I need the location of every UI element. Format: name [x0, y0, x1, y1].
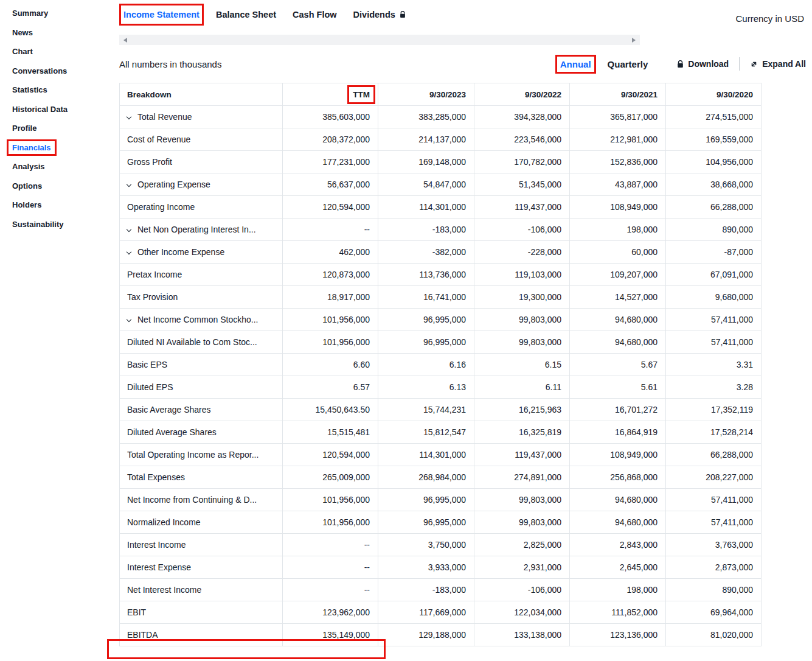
sidebar-item-summary[interactable]: Summary [12, 9, 48, 18]
cell-value: 19,300,000 [474, 286, 570, 309]
period-toggle-quarterly[interactable]: Quarterly [608, 59, 648, 69]
cell-value: 890,000 [666, 219, 762, 241]
cell-value: 119,437,000 [474, 196, 570, 219]
sidebar-item-statistics[interactable]: Statistics [12, 85, 47, 94]
sidebar-item-financials[interactable]: Financials [12, 143, 51, 152]
row-label-text: Tax Provision [127, 292, 178, 302]
scrollbar-right-arrow-icon[interactable] [632, 38, 636, 43]
cell-value: 120,873,000 [283, 264, 378, 286]
currency-label: Currency in USD [735, 13, 804, 24]
cell-value: 268,984,000 [378, 466, 474, 489]
download-button[interactable]: Download [677, 59, 729, 69]
cell-value: 119,103,000 [474, 264, 570, 286]
row-label-text: Net Income from Continuing & D... [127, 495, 257, 505]
chevron-down-icon[interactable] [127, 227, 131, 232]
ttm-header-label: TTM [353, 90, 370, 99]
tab-balance-sheet[interactable]: Balance Sheet [216, 10, 276, 19]
cell-value: 96,995,000 [378, 489, 474, 511]
cell-value: 2,825,000 [474, 534, 570, 556]
sidebar-item-profile[interactable]: Profile [12, 124, 36, 133]
cell-value: 57,411,000 [666, 489, 762, 511]
tab-label: Cash Flow [293, 10, 337, 19]
row-label-interest-expense: Interest Expense [120, 556, 283, 579]
cell-value: 108,949,000 [570, 444, 666, 466]
cell-value: 114,301,000 [378, 196, 474, 219]
column-header-9-30-2020: 9/30/2020 [666, 83, 762, 106]
horizontal-scrollbar[interactable] [119, 35, 640, 45]
cell-value: 81,020,000 [666, 624, 762, 646]
table-body: Total Revenue385,603,000383,285,000394,3… [120, 106, 762, 646]
tab-label: Balance Sheet [216, 10, 276, 19]
expand-all-icon [750, 60, 758, 68]
row-label-total-revenue[interactable]: Total Revenue [120, 106, 283, 128]
cell-value: -- [283, 219, 378, 241]
row-label-ebit: EBIT [120, 601, 283, 624]
sidebar-item-conversations[interactable]: Conversations [12, 66, 67, 75]
period-toggle-annual[interactable]: Annual [560, 59, 591, 69]
table-row-pretax-income: Pretax Income120,873,000113,736,000119,1… [120, 264, 762, 286]
row-label-text: Net Non Operating Interest In... [137, 225, 256, 234]
sidebar-item-sustainability[interactable]: Sustainability [12, 220, 64, 229]
sidebar-item-holders[interactable]: Holders [12, 200, 41, 209]
row-label-tax-provision: Tax Provision [120, 286, 283, 309]
table-toolbar: All numbers in thousands AnnualQuarterly… [119, 56, 806, 72]
cell-value: 383,285,000 [378, 106, 474, 128]
table-row-diluted-ni-available-to-com-stoc: Diluted NI Available to Com Stoc...101,9… [120, 331, 762, 354]
cell-value: 6.60 [283, 354, 378, 376]
tab-cash-flow[interactable]: Cash Flow [293, 10, 337, 19]
table-row-other-income-expense: Other Income Expense462,000-382,000-228,… [120, 241, 762, 264]
cell-value: 94,680,000 [570, 331, 666, 354]
cell-value: 117,669,000 [378, 601, 474, 624]
cell-value: 265,009,000 [283, 466, 378, 489]
sidebar-item-historical-data[interactable]: Historical Data [12, 105, 68, 114]
cell-value: 394,328,000 [474, 106, 570, 128]
cell-value: 208,227,000 [666, 466, 762, 489]
chevron-down-icon[interactable] [127, 250, 131, 254]
cell-value: 170,782,000 [474, 151, 570, 173]
table-row-basic-eps: Basic EPS6.606.166.155.673.31 [120, 354, 762, 376]
expand-all-button[interactable]: Expand All [750, 59, 806, 69]
tab-label: Income Statement [123, 10, 200, 19]
cell-value: 57,411,000 [666, 511, 762, 534]
cell-value: 214,137,000 [378, 128, 474, 151]
cell-value: 3,763,000 [666, 534, 762, 556]
row-label-text: Basic Average Shares [127, 405, 211, 414]
row-label-net-non-operating-interest-in[interactable]: Net Non Operating Interest In... [120, 219, 283, 241]
scrollbar-left-arrow-icon[interactable] [123, 38, 127, 43]
cell-value: 109,207,000 [570, 264, 666, 286]
row-label-interest-income: Interest Income [120, 534, 283, 556]
table-row-basic-average-shares: Basic Average Shares15,450,643.5015,744,… [120, 399, 762, 421]
row-label-net-income-common-stockho[interactable]: Net Income Common Stockho... [120, 309, 283, 331]
cell-value: 96,995,000 [378, 309, 474, 331]
row-label-operating-expense[interactable]: Operating Expense [120, 173, 283, 196]
cell-value: 96,995,000 [378, 331, 474, 354]
cell-value: 122,034,000 [474, 601, 570, 624]
row-label-diluted-eps: Diluted EPS [120, 376, 283, 399]
chevron-down-icon[interactable] [127, 317, 131, 322]
row-label-basic-eps: Basic EPS [120, 354, 283, 376]
cell-value: 60,000 [570, 241, 666, 264]
chevron-down-icon[interactable] [127, 114, 131, 119]
lock-icon [677, 60, 684, 68]
table-row-operating-income: Operating Income120,594,000114,301,00011… [120, 196, 762, 219]
cell-value: 16,701,272 [570, 399, 666, 421]
sidebar-item-analysis[interactable]: Analysis [12, 162, 44, 171]
cell-value: 256,868,000 [570, 466, 666, 489]
cell-value: 101,956,000 [283, 489, 378, 511]
cell-value: 114,301,000 [378, 444, 474, 466]
sidebar-item-chart[interactable]: Chart [12, 47, 33, 56]
row-label-diluted-average-shares: Diluted Average Shares [120, 421, 283, 444]
tab-income-statement[interactable]: Income Statement [123, 10, 200, 19]
cell-value: 6.57 [283, 376, 378, 399]
sidebar-item-news[interactable]: News [12, 28, 33, 37]
sidebar-item-options[interactable]: Options [12, 181, 42, 191]
table-row-diluted-average-shares: Diluted Average Shares15,515,48115,812,5… [120, 421, 762, 444]
cell-value: 6.16 [378, 354, 474, 376]
chevron-down-icon[interactable] [127, 182, 131, 187]
tab-dividends[interactable]: Dividends [353, 10, 406, 19]
cell-value: 2,873,000 [666, 556, 762, 579]
column-header-9-30-2023: 9/30/2023 [378, 83, 474, 106]
row-label-other-income-expense[interactable]: Other Income Expense [120, 241, 283, 264]
cell-value: 101,956,000 [283, 309, 378, 331]
cell-value: 5.67 [570, 354, 666, 376]
